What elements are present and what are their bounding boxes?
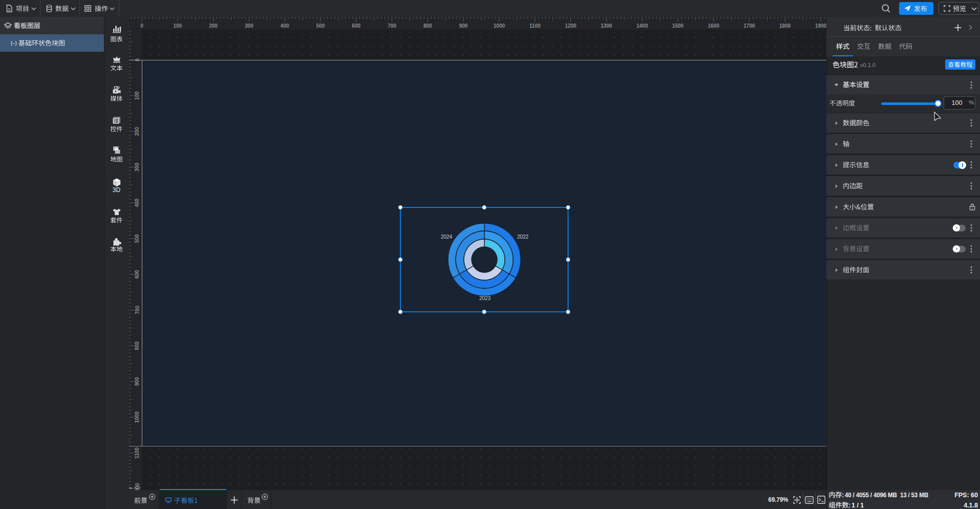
svg-text:500: 500 [135, 234, 140, 243]
svg-text:900: 900 [135, 377, 140, 386]
svg-text:500: 500 [316, 23, 325, 29]
svg-text:1000: 1000 [135, 411, 140, 423]
svg-text:1200: 1200 [565, 23, 577, 29]
svg-text:1400: 1400 [636, 23, 648, 29]
svg-text:1900: 1900 [815, 23, 826, 29]
svg-text:1800: 1800 [779, 23, 791, 29]
svg-text:200: 200 [135, 127, 140, 136]
svg-text:300: 300 [135, 163, 140, 172]
svg-text:1000: 1000 [494, 23, 505, 29]
svg-text:1700: 1700 [743, 23, 755, 29]
svg-text:800: 800 [423, 23, 432, 29]
svg-text:300: 300 [245, 23, 253, 29]
svg-text:600: 600 [352, 23, 360, 29]
svg-text:1600: 1600 [708, 23, 719, 29]
svg-text:400: 400 [135, 198, 140, 207]
svg-text:600: 600 [135, 270, 140, 279]
svg-text:1100: 1100 [135, 447, 140, 458]
svg-text:900: 900 [459, 23, 468, 29]
svg-text:1100: 1100 [529, 23, 541, 29]
svg-text:400: 400 [281, 23, 289, 29]
svg-text:100: 100 [173, 23, 182, 29]
svg-text:0: 0 [140, 23, 143, 29]
svg-text:100: 100 [135, 91, 140, 100]
svg-text:1500: 1500 [672, 23, 684, 29]
svg-text:800: 800 [135, 342, 140, 350]
svg-text:1300: 1300 [601, 23, 612, 29]
svg-text:700: 700 [135, 306, 140, 314]
svg-text:700: 700 [388, 23, 396, 29]
svg-text:200: 200 [209, 23, 218, 29]
